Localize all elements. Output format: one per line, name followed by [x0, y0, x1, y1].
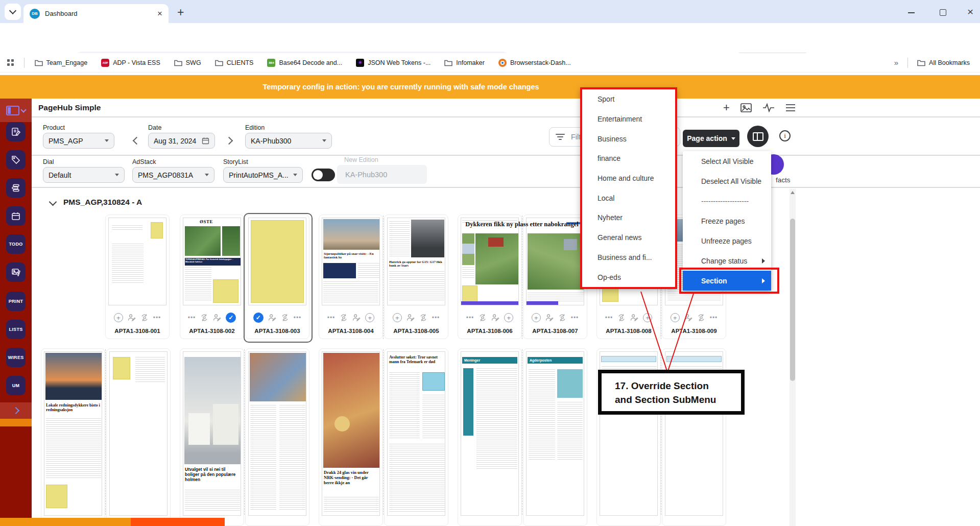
page-card-002[interactable]: ØSTE TORSDAG/FREDAG: Før historisk lokal… — [180, 214, 244, 339]
page-thumbnail[interactable]: Drakk 24 glas vin under NRK-sending: - D… — [322, 351, 380, 516]
assign-user-icon[interactable] — [213, 314, 221, 322]
section-option-home-and-culture[interactable]: Home and culture — [582, 169, 675, 188]
sidebar-item-print[interactable]: PRINT — [6, 292, 26, 311]
more-options-icon[interactable]: ••• — [710, 314, 718, 321]
section-option-sport[interactable]: Sport — [582, 89, 675, 109]
scrollbar-up-icon[interactable] — [791, 191, 795, 194]
more-options-icon[interactable]: ••• — [327, 314, 336, 321]
page-thumbnail[interactable]: Stjernepolitiker på snar-visitt: - En fa… — [322, 218, 380, 305]
add-page-icon[interactable]: + — [532, 313, 541, 322]
page-card-004[interactable]: Stjernepolitiker på snar-visitt: - En fa… — [319, 214, 383, 339]
new-tab-button[interactable]: + — [177, 6, 184, 19]
product-dropdown[interactable]: PMS_AGP — [43, 133, 114, 149]
page-card-005[interactable]: Hattrick ga opptur for G15: G17 fikk ban… — [384, 214, 448, 339]
edition-dropdown[interactable]: KA-Phub300 — [245, 133, 332, 149]
section-option-entertainment[interactable]: Entertainment — [582, 109, 675, 129]
page-card-007[interactable]: + ••• APTA1-3108-007 — [523, 214, 587, 339]
section-option-business-and-finance[interactable]: Business and fi... — [582, 248, 675, 268]
page-thumbnail[interactable]: Meninger — [461, 351, 519, 516]
more-options-icon[interactable]: ••• — [432, 314, 440, 321]
assign-user-icon[interactable] — [630, 314, 638, 322]
page-card-row2-2[interactable] — [106, 348, 171, 526]
page-card-001[interactable]: + ••• APTA1-3108-001 — [105, 214, 170, 339]
bookmark-team-engage[interactable]: Team_Engage — [35, 59, 88, 66]
section-option-local[interactable]: Local — [582, 188, 675, 208]
more-options-icon[interactable]: ••• — [605, 314, 613, 321]
section-option-nyheter[interactable]: Nyheter — [582, 208, 675, 228]
status-lock-icon[interactable] — [419, 314, 427, 322]
all-bookmarks-button[interactable]: All Bookmarks — [917, 59, 970, 66]
status-lock-icon[interactable] — [200, 314, 208, 322]
sidebar-item-calendar[interactable] — [6, 206, 26, 226]
window-maximize-icon[interactable] — [940, 9, 946, 16]
page-action-button[interactable]: Page action — [683, 130, 739, 147]
tab-search-button[interactable] — [5, 4, 21, 20]
dial-dropdown[interactable]: Default — [43, 167, 125, 183]
page-card-row2-7[interactable]: Meninger — [458, 348, 522, 526]
apps-grid-icon[interactable] — [7, 59, 14, 66]
bookmark-base64[interactable]: B64Base64 Decode and... — [267, 59, 342, 67]
page-card-row2-5[interactable]: Drakk 24 glas vin under NRK-sending: - D… — [319, 348, 383, 526]
prev-date-icon[interactable] — [133, 137, 141, 145]
status-lock-icon[interactable] — [340, 314, 348, 322]
new-edition-toggle[interactable] — [312, 169, 335, 181]
menu-freeze-pages[interactable]: Freeze pages — [683, 211, 771, 231]
add-page-icon[interactable]: + — [504, 313, 513, 322]
bookmark-infomaker[interactable]: Infomaker — [444, 59, 485, 66]
collapse-section-icon[interactable] — [49, 198, 57, 206]
page-card-row2-8[interactable]: Agderposten — [523, 348, 587, 526]
more-options-icon[interactable]: ••• — [153, 314, 161, 321]
section-option-general-news[interactable]: General news — [582, 228, 675, 248]
window-minimize-icon[interactable] — [908, 12, 915, 13]
page-thumbnail[interactable]: ØSTE TORSDAG/FREDAG: Før historisk lokal… — [183, 218, 241, 305]
bookmark-adp[interactable]: ADPADP - Vista ESS — [101, 59, 160, 67]
assign-user-icon[interactable] — [407, 314, 415, 322]
more-options-icon[interactable]: ••• — [466, 314, 474, 321]
page-thumbnail[interactable] — [526, 218, 584, 305]
bookmark-swg[interactable]: SWG — [174, 59, 201, 66]
page-card-row2-3[interactable]: Utvalget vil si nei til boliger på den p… — [180, 348, 244, 526]
section-option-op-eds[interactable]: Op-eds — [582, 267, 675, 287]
date-picker[interactable]: Aug 31, 2024 — [148, 133, 215, 149]
sidebar-item-tags[interactable] — [6, 150, 26, 170]
layout-toggle-button[interactable] — [747, 126, 769, 147]
section-option-finance[interactable]: finance — [582, 149, 675, 169]
page-thumbnail[interactable]: Agderposten — [526, 351, 584, 516]
status-lock-icon[interactable] — [617, 314, 626, 322]
hamburger-menu-icon[interactable] — [785, 103, 796, 112]
add-icon[interactable]: + — [723, 101, 730, 114]
page-thumbnail[interactable]: Lokale redningsdykkere bisto i redningsa… — [44, 351, 102, 516]
add-page-icon[interactable]: + — [114, 313, 123, 322]
page-card-row2-6[interactable]: Avslutter søket: Tror savnet mann fra Te… — [384, 348, 448, 526]
menu-select-all-visible[interactable]: Select All Visible — [683, 151, 771, 171]
more-options-icon[interactable]: ••• — [188, 314, 196, 321]
page-card-row2-1[interactable]: Lokale redningsdykkere bisto i redningsa… — [41, 348, 105, 526]
page-thumbnail[interactable] — [461, 218, 519, 305]
assign-user-icon[interactable] — [491, 314, 499, 322]
bookmark-jwt[interactable]: ✳JSON Web Tokens -... — [356, 59, 431, 67]
sidebar-item-lists[interactable]: LISTS — [6, 320, 26, 339]
section-option-business[interactable]: Business — [582, 129, 675, 149]
page-thumbnail[interactable]: Hattrick ga opptur for G15: G17 fikk ban… — [387, 218, 445, 305]
grid-scrollbar-thumb[interactable] — [790, 219, 795, 381]
add-page-icon[interactable]: + — [365, 313, 374, 322]
sidebar-header[interactable] — [0, 99, 32, 122]
assign-user-icon[interactable] — [352, 314, 361, 322]
sidebar-item-images[interactable] — [6, 262, 26, 282]
assign-user-icon[interactable] — [684, 314, 692, 322]
sidebar-item-todo[interactable]: TODO — [6, 234, 26, 254]
selected-check-icon[interactable]: ✓ — [226, 313, 236, 323]
page-thumbnail[interactable] — [109, 351, 168, 516]
sidebar-item-editor[interactable] — [6, 122, 26, 141]
bookmark-clients[interactable]: CLIENTS — [215, 59, 254, 66]
sidebar-item-wires[interactable]: WIRES — [6, 348, 26, 367]
add-page-icon[interactable]: + — [393, 313, 402, 322]
next-date-icon[interactable] — [225, 137, 233, 145]
add-page-icon[interactable]: + — [671, 313, 680, 322]
browser-tab[interactable]: DB Dashboard × — [23, 4, 169, 23]
page-card-row2-4[interactable] — [245, 348, 309, 526]
info-icon[interactable]: i — [779, 130, 791, 141]
storylist-dropdown[interactable]: PrintAutoPMS_A... — [223, 167, 303, 183]
sidebar-expand-button[interactable] — [0, 402, 32, 419]
tab-close-icon[interactable]: × — [157, 9, 162, 18]
